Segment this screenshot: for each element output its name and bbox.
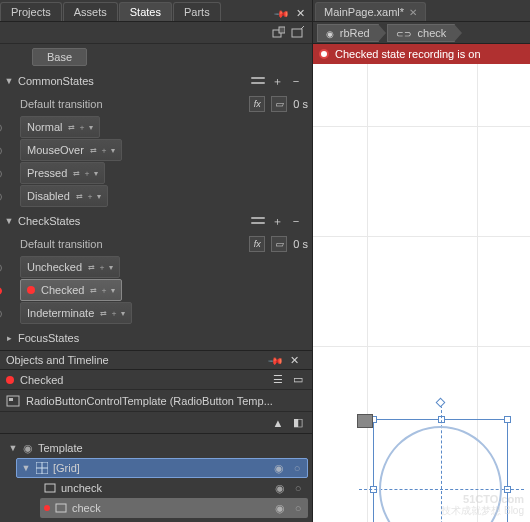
states-list: Base ▼ CommonStates ＋ − Default transiti… — [0, 44, 312, 350]
effect-icon[interactable]: ▭ — [271, 236, 287, 252]
minus-icon[interactable]: − — [288, 73, 304, 89]
add-state-group-icon[interactable] — [290, 25, 306, 41]
status-text: Checked state recording is on — [335, 48, 481, 60]
panel-title: Objects and Timeline — [6, 354, 109, 366]
state-disabled[interactable]: Disabled ⇄＋▾ — [20, 185, 108, 207]
objects-toolbar: ▲ ◧ — [0, 412, 312, 434]
objects-panel-header: Objects and Timeline 📌 ✕ — [0, 350, 312, 370]
transition-value[interactable]: 0 s — [293, 98, 308, 110]
current-state-row: Checked ☰ ▭ — [0, 370, 312, 390]
record-dot-icon — [0, 287, 2, 295]
state-pressed[interactable]: Pressed ⇄＋▾ — [20, 162, 105, 184]
link-icon: ⊂⊃ — [396, 29, 412, 39]
state-label: Checked — [41, 284, 84, 296]
current-state-label: Checked — [20, 374, 63, 386]
lock-icon[interactable]: ○ — [292, 482, 304, 494]
layer-badge-icon — [357, 414, 373, 428]
close-icon[interactable]: ✕ — [292, 5, 308, 21]
tab-projects[interactable]: Projects — [0, 2, 62, 21]
tree-check[interactable]: check ◉ ○ — [40, 498, 308, 518]
group-label: CommonStates — [18, 75, 246, 87]
crumb-label: rbRed — [340, 27, 370, 39]
svg-rect-1 — [279, 27, 285, 33]
svg-rect-2 — [292, 29, 302, 37]
arrow-icon[interactable]: ⇄ — [68, 123, 75, 132]
state-checked[interactable]: Checked ⇄＋▾ — [20, 279, 122, 301]
storyboard-picker-icon[interactable]: ☰ — [270, 372, 286, 388]
template-name: RadioButtonControlTemplate (RadioButton … — [26, 395, 273, 407]
state-label: Normal — [27, 121, 62, 133]
tree-template-root[interactable]: ▼ ◉ Template — [4, 438, 308, 458]
tab-states[interactable]: States — [119, 2, 172, 21]
visibility-icon[interactable]: ◉ — [273, 482, 287, 495]
svg-rect-10 — [56, 504, 66, 512]
breadcrumb: ◉ rbRed ⊂⊃ check — [313, 22, 530, 44]
tree-uncheck[interactable]: uncheck ◉ ○ — [40, 478, 308, 498]
scope-up-icon[interactable]: ▲ — [270, 415, 286, 431]
new-storyboard-icon[interactable]: ▭ — [290, 372, 306, 388]
state-label: Indeterminate — [27, 307, 94, 319]
eyedropper-icon: ◉ — [23, 442, 33, 455]
visibility-icon[interactable]: ◉ — [272, 462, 286, 475]
record-indicator-icon — [27, 286, 35, 294]
state-group-check[interactable]: ▼ CheckStates ＋ − — [4, 210, 308, 232]
chevron-right-icon: ▸ — [4, 333, 14, 343]
transition-preview-icon[interactable] — [250, 73, 266, 89]
close-icon[interactable]: ✕ — [409, 7, 417, 18]
minus-icon[interactable]: − — [288, 213, 304, 229]
state-indeterminate[interactable]: Indeterminate ⇄＋▾ — [20, 302, 132, 324]
template-scope-row[interactable]: RadioButtonControlTemplate (RadioButton … — [0, 390, 312, 412]
group-label: FocusStates — [18, 332, 308, 344]
transition-label: Default transition — [20, 238, 243, 250]
rotation-handle[interactable] — [436, 398, 446, 408]
watermark: 51CTO.com 技术成就梦想 Blog — [441, 493, 524, 516]
toggle-timeline-icon[interactable]: ◧ — [290, 415, 306, 431]
pin-icon[interactable]: 📌 — [271, 2, 294, 25]
easing-icon[interactable]: fx — [249, 96, 265, 112]
design-canvas[interactable]: 51CTO.com 技术成就梦想 Blog — [313, 64, 530, 522]
tree-label: check — [72, 502, 101, 514]
crumb-label: check — [418, 27, 447, 39]
visibility-icon[interactable]: ◉ — [273, 502, 287, 515]
tool-tabs: Projects Assets States Parts 📌 ✕ — [0, 0, 312, 22]
add-state-icon[interactable]: ＋ — [269, 73, 285, 89]
tree-grid[interactable]: ▼ [Grid] ◉ ○ — [16, 458, 308, 478]
transition-value[interactable]: 0 s — [293, 238, 308, 250]
easing-icon[interactable]: fx — [249, 236, 265, 252]
state-label: MouseOver — [27, 144, 84, 156]
grid-icon — [36, 462, 48, 474]
transition-preview-icon[interactable] — [250, 213, 266, 229]
lock-icon[interactable]: ○ — [292, 502, 304, 514]
tab-assets[interactable]: Assets — [63, 2, 118, 21]
crumb-rbred[interactable]: ◉ rbRed — [317, 24, 379, 42]
state-unchecked[interactable]: Unchecked ⇄＋▾ — [20, 256, 120, 278]
object-tree: ▼ ◉ Template ▼ [Grid] ◉ ○ uncheck ◉ ○ ch… — [0, 434, 312, 522]
record-dot-icon — [44, 505, 50, 511]
base-state[interactable]: Base — [32, 48, 87, 66]
state-label: Unchecked — [27, 261, 82, 273]
state-mouseover[interactable]: MouseOver ⇄＋▾ — [20, 139, 122, 161]
record-indicator-icon — [319, 49, 329, 59]
add-state-icon[interactable]: ＋ — [269, 213, 285, 229]
document-tab[interactable]: MainPage.xaml* ✕ — [315, 2, 426, 21]
tree-label: Template — [38, 442, 83, 454]
chevron-down-icon: ▼ — [4, 216, 14, 226]
add-state-icon[interactable] — [270, 25, 286, 41]
tab-parts[interactable]: Parts — [173, 2, 221, 21]
chevron-down-icon: ▼ — [4, 76, 14, 86]
state-label: Pressed — [27, 167, 67, 179]
svg-rect-5 — [9, 398, 13, 401]
lock-icon[interactable]: ○ — [291, 462, 303, 474]
transition-label: Default transition — [20, 98, 243, 110]
group-label: CheckStates — [18, 215, 246, 227]
state-label: Disabled — [27, 190, 70, 202]
crumb-check[interactable]: ⊂⊃ check — [387, 24, 456, 42]
state-group-focus[interactable]: ▸ FocusStates — [4, 327, 308, 349]
state-normal[interactable]: Normal ⇄＋▾ — [20, 116, 100, 138]
close-icon[interactable]: ✕ — [286, 352, 302, 368]
radio-icon: ◉ — [326, 29, 334, 39]
recording-status-bar: Checked state recording is on — [313, 44, 530, 64]
state-group-common[interactable]: ▼ CommonStates ＋ − — [4, 70, 308, 92]
pin-icon[interactable]: 📌 — [265, 349, 288, 372]
effect-icon[interactable]: ▭ — [271, 96, 287, 112]
